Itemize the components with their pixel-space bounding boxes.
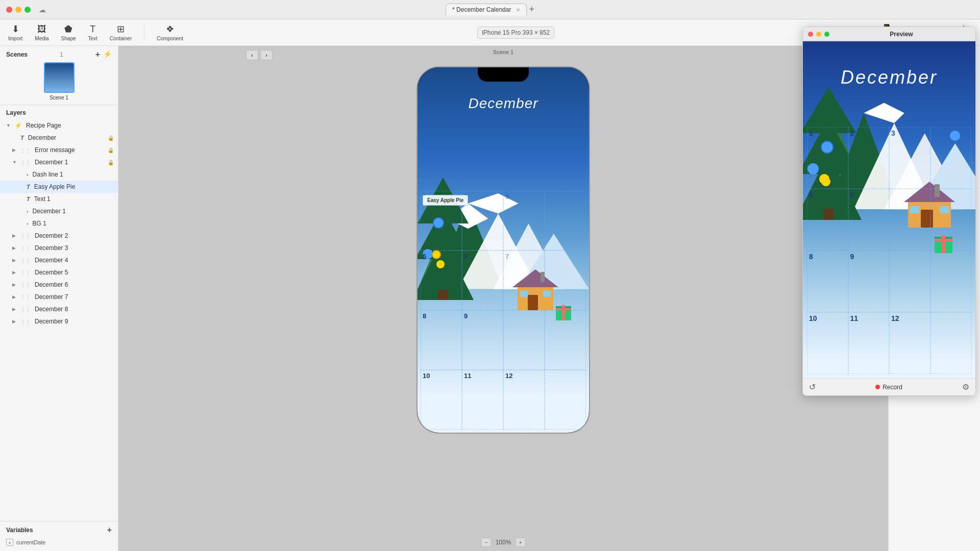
layer-december[interactable]: T December 🔒 [0, 132, 118, 144]
cal-cell-5[interactable]: 5 [421, 251, 462, 310]
cal-cell-blank3 [545, 370, 586, 430]
cal-cell-4[interactable] [545, 191, 586, 251]
preview-cell-9: 9 [848, 251, 890, 312]
preview-cell-10: 10 [807, 312, 848, 374]
text-type-icon: T [27, 196, 30, 202]
media-button[interactable]: 🖼 Media [35, 24, 48, 41]
rect-type-icon: ▪ [27, 221, 29, 227]
preview-cell-7 [889, 189, 930, 251]
lock-icon: 🔒 [108, 160, 114, 165]
scene-1-thumbnail[interactable] [44, 62, 75, 93]
layer-december-3[interactable]: ▶ ⋮⋮ December 3 [0, 242, 118, 254]
layer-december-1b[interactable]: ▪ December 1 [0, 205, 118, 217]
layer-name: December 6 [35, 281, 114, 288]
chevron-right-icon: ▶ [12, 233, 17, 238]
canvas-navigation: ‹ › [246, 50, 273, 60]
toolbar-divider [144, 24, 144, 41]
layer-dash-line-1[interactable]: ▪ Dash line 1 [0, 168, 118, 181]
import-icon: ⬇ [12, 23, 19, 35]
preview-settings-button[interactable]: ⚙ [962, 382, 969, 392]
recipe-page-icon: ⚡ [14, 122, 22, 129]
scene-1-label: Scene 1 [50, 95, 68, 101]
minimize-button[interactable] [15, 7, 21, 13]
layer-text-1[interactable]: T Text 1 [0, 193, 118, 205]
ornament-yellow [432, 250, 441, 259]
group-type-icon: ⋮⋮ [20, 147, 31, 153]
import-button[interactable]: ⬇ Import [8, 23, 22, 41]
component-button[interactable]: ❖ Component [157, 23, 183, 41]
group-type-icon: ⋮⋮ [20, 245, 31, 251]
preview-cell-12: 12 [889, 312, 930, 374]
chevron-right-icon: ▶ [12, 258, 17, 263]
shape-icon: ⬟ [64, 23, 72, 35]
flash-icon: ⚡ [103, 50, 112, 59]
container-button[interactable]: ⊞ Container [110, 23, 132, 41]
cal-cell-6[interactable]: 6 [462, 251, 503, 310]
preview-refresh-button[interactable]: ↺ [809, 382, 816, 392]
device-selector[interactable]: iPhone 15 Pro 393 × 852 [477, 27, 554, 39]
shape-button[interactable]: ⬟ Shape [61, 23, 76, 41]
screen-background: December [418, 67, 589, 433]
layer-december-7[interactable]: ▶ ⋮⋮ December 7 [0, 291, 118, 303]
chevron-down-icon: ▼ [6, 123, 11, 128]
cal-cell-2[interactable]: 2 [462, 191, 503, 251]
canvas-scene-label: Scene 1 [493, 49, 513, 55]
scene-1-container[interactable]: Scene 1 [6, 62, 112, 101]
preview-cell-11: 11 [848, 312, 890, 374]
layer-december-9[interactable]: ▶ ⋮⋮ December 9 [0, 315, 118, 328]
layer-december-2[interactable]: ▶ ⋮⋮ December 2 [0, 230, 118, 242]
layer-name: December 3 [35, 244, 114, 252]
lock-icon: 🔒 [108, 147, 114, 153]
phone-notch [478, 67, 529, 82]
layer-december-4[interactable]: ▶ ⋮⋮ December 4 [0, 254, 118, 266]
zoom-out-button[interactable]: − [481, 538, 492, 547]
text-button[interactable]: T Text [88, 24, 97, 41]
cal-cell-9[interactable]: 9 [462, 310, 503, 370]
tab-label: * December Calendar [452, 6, 511, 13]
text-type-icon: T [20, 135, 24, 141]
preview-cell-blank1 [889, 251, 930, 312]
layer-december-1[interactable]: ▼ ⋮⋮ December 1 🔒 [0, 156, 118, 168]
cal-cell-8[interactable]: 8 [421, 310, 462, 370]
svg-marker-28 [864, 103, 904, 123]
layer-december-6[interactable]: ▶ ⋮⋮ December 6 [0, 279, 118, 291]
canvas[interactable]: Scene 1 ‹ › December [118, 46, 888, 551]
cal-cell-10[interactable]: 10 [421, 370, 462, 430]
maximize-button[interactable] [24, 7, 31, 13]
preview-cell-2: 2 [848, 127, 890, 189]
layer-december-5[interactable]: ▶ ⋮⋮ December 5 [0, 266, 118, 279]
preview-cell-5: 5 [807, 189, 848, 251]
layer-error-message[interactable]: ▶ ⋮⋮ Error message 🔒 [0, 144, 118, 156]
zoom-in-button[interactable]: + [515, 538, 525, 547]
text-icon: T [90, 24, 95, 35]
active-tab[interactable]: * December Calendar ✕ [446, 4, 527, 15]
preview-record-button[interactable]: Record [875, 384, 902, 391]
close-button[interactable] [6, 7, 12, 13]
preview-december-title: December [841, 67, 938, 88]
layer-bg-1[interactable]: ▪ BG 1 [0, 217, 118, 230]
cal-cell-3[interactable]: 3 [503, 191, 545, 251]
layer-december-8[interactable]: ▶ ⋮⋮ December 8 [0, 303, 118, 315]
variable-current-date[interactable]: x currentDate [6, 538, 112, 547]
layer-name: Dash line 1 [33, 171, 114, 178]
group-type-icon: ⋮⋮ [20, 258, 31, 263]
nav-forward-button[interactable]: › [260, 50, 273, 60]
layer-recipe-page[interactable]: ▼ ⚡ Recipe Page [0, 119, 118, 132]
cal-cell-11[interactable]: 11 [462, 370, 503, 430]
ornament-blue [433, 217, 444, 229]
chevron-right-icon: ▶ [12, 245, 17, 251]
cal-cell-12[interactable]: 12 [503, 370, 545, 430]
new-tab-button[interactable]: + [529, 4, 534, 15]
add-scene-button[interactable]: + [95, 50, 100, 59]
toolbar-center: iPhone 15 Pro 393 × 852 [195, 27, 837, 39]
group-type-icon: ⋮⋮ [20, 307, 31, 312]
layer-easy-apple-pie[interactable]: T Easy Apple Pie [0, 181, 118, 193]
tab-close-button[interactable]: ✕ [516, 7, 520, 13]
svg-rect-21 [562, 305, 565, 320]
layer-name: December 1 [35, 159, 106, 166]
group-type-icon: ⋮⋮ [20, 160, 31, 165]
nav-back-button[interactable]: ‹ [246, 50, 258, 60]
layer-name: December 9 [35, 318, 114, 325]
left-sidebar: Scenes 1 + ⚡ Scene 1 Layers ▼ [0, 46, 118, 551]
add-variable-button[interactable]: + [107, 525, 112, 535]
